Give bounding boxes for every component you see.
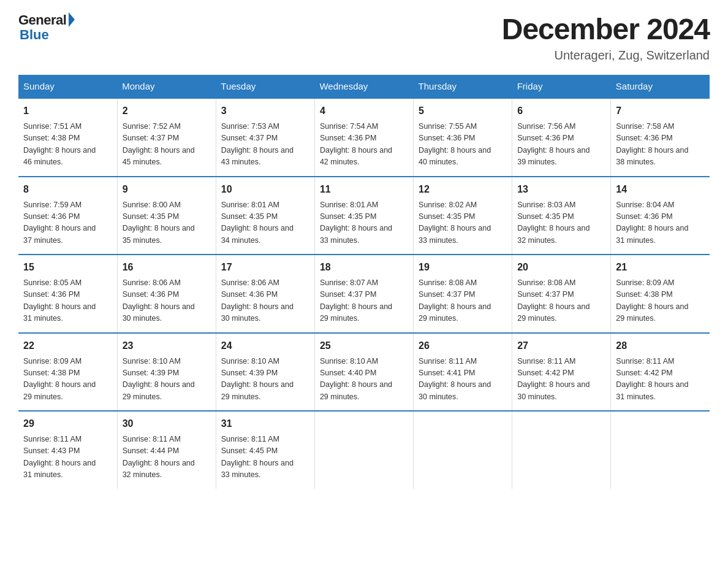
calendar-cell — [414, 411, 512, 489]
day-of-week-header: Monday — [117, 75, 216, 98]
calendar-cell: 25Sunrise: 8:10 AMSunset: 4:40 PMDayligh… — [314, 333, 413, 412]
calendar-cell — [611, 411, 710, 489]
day-info: Sunrise: 8:06 AMSunset: 4:36 PMDaylight:… — [221, 277, 309, 325]
calendar-cell: 29Sunrise: 8:11 AMSunset: 4:43 PMDayligh… — [18, 411, 117, 489]
page-header: General Blue December 2024 Unterageri, Z… — [18, 12, 710, 63]
calendar-cell: 3Sunrise: 7:53 AMSunset: 4:37 PMDaylight… — [216, 98, 314, 177]
day-of-week-header: Thursday — [414, 75, 512, 98]
day-info: Sunrise: 8:01 AMSunset: 4:35 PMDaylight:… — [221, 199, 309, 247]
day-number: 22 — [23, 339, 112, 353]
calendar-cell: 19Sunrise: 8:08 AMSunset: 4:37 PMDayligh… — [414, 255, 512, 333]
calendar-cell: 9Sunrise: 8:00 AMSunset: 4:35 PMDaylight… — [117, 177, 216, 255]
day-number: 27 — [517, 339, 605, 353]
calendar-cell: 11Sunrise: 8:01 AMSunset: 4:35 PMDayligh… — [314, 177, 413, 255]
day-info: Sunrise: 8:11 AMSunset: 4:44 PMDaylight:… — [123, 434, 211, 481]
day-info: Sunrise: 7:53 AMSunset: 4:37 PMDaylight:… — [221, 121, 309, 169]
logo-general-text: General — [18, 12, 66, 28]
day-number: 11 — [320, 182, 408, 197]
calendar-cell: 17Sunrise: 8:06 AMSunset: 4:36 PMDayligh… — [216, 255, 314, 333]
calendar-cell: 8Sunrise: 7:59 AMSunset: 4:36 PMDaylight… — [18, 177, 117, 255]
day-info: Sunrise: 8:10 AMSunset: 4:39 PMDaylight:… — [123, 356, 211, 404]
day-of-week-header: Saturday — [611, 75, 710, 98]
calendar-week-row: 29Sunrise: 8:11 AMSunset: 4:43 PMDayligh… — [18, 411, 710, 489]
day-number: 13 — [517, 182, 605, 197]
day-info: Sunrise: 8:05 AMSunset: 4:36 PMDaylight:… — [23, 277, 112, 325]
calendar-week-row: 22Sunrise: 8:09 AMSunset: 4:38 PMDayligh… — [18, 333, 710, 412]
day-number: 26 — [419, 339, 507, 353]
day-number: 28 — [616, 339, 705, 353]
day-info: Sunrise: 8:11 AMSunset: 4:42 PMDaylight:… — [616, 356, 705, 404]
day-number: 30 — [123, 416, 211, 431]
calendar-cell: 18Sunrise: 8:07 AMSunset: 4:37 PMDayligh… — [314, 255, 413, 333]
calendar-table: SundayMondayTuesdayWednesdayThursdayFrid… — [18, 75, 710, 489]
calendar-cell: 26Sunrise: 8:11 AMSunset: 4:41 PMDayligh… — [414, 333, 512, 412]
day-number: 6 — [517, 104, 605, 118]
calendar-cell: 30Sunrise: 8:11 AMSunset: 4:44 PMDayligh… — [117, 411, 216, 489]
day-number: 2 — [123, 104, 211, 118]
day-info: Sunrise: 8:10 AMSunset: 4:39 PMDaylight:… — [221, 356, 309, 404]
day-info: Sunrise: 8:01 AMSunset: 4:35 PMDaylight:… — [320, 199, 408, 247]
day-number: 31 — [221, 416, 309, 431]
day-info: Sunrise: 8:09 AMSunset: 4:38 PMDaylight:… — [616, 277, 705, 325]
day-number: 4 — [320, 104, 408, 118]
calendar-cell: 1Sunrise: 7:51 AMSunset: 4:38 PMDaylight… — [18, 98, 117, 177]
calendar-week-row: 15Sunrise: 8:05 AMSunset: 4:36 PMDayligh… — [18, 255, 710, 333]
calendar-cell: 13Sunrise: 8:03 AMSunset: 4:35 PMDayligh… — [512, 177, 611, 255]
day-number: 15 — [23, 260, 112, 275]
logo: General Blue — [18, 12, 75, 43]
calendar-cell: 6Sunrise: 7:56 AMSunset: 4:36 PMDaylight… — [512, 98, 611, 177]
logo-arrow-icon — [69, 12, 75, 27]
day-number: 10 — [221, 182, 309, 197]
day-number: 19 — [419, 260, 507, 275]
calendar-week-row: 8Sunrise: 7:59 AMSunset: 4:36 PMDaylight… — [18, 177, 710, 255]
day-info: Sunrise: 7:52 AMSunset: 4:37 PMDaylight:… — [123, 121, 211, 169]
day-info: Sunrise: 8:06 AMSunset: 4:36 PMDaylight:… — [123, 277, 211, 325]
calendar-cell: 28Sunrise: 8:11 AMSunset: 4:42 PMDayligh… — [611, 333, 710, 412]
calendar-cell: 10Sunrise: 8:01 AMSunset: 4:35 PMDayligh… — [216, 177, 314, 255]
day-number: 29 — [23, 416, 112, 431]
day-number: 20 — [517, 260, 605, 275]
day-number: 24 — [221, 339, 309, 353]
day-number: 5 — [419, 104, 507, 118]
calendar-cell — [512, 411, 611, 489]
calendar-cell: 2Sunrise: 7:52 AMSunset: 4:37 PMDaylight… — [117, 98, 216, 177]
day-info: Sunrise: 8:11 AMSunset: 4:42 PMDaylight:… — [517, 356, 605, 404]
day-info: Sunrise: 8:00 AMSunset: 4:35 PMDaylight:… — [123, 199, 211, 247]
day-number: 25 — [320, 339, 408, 353]
day-info: Sunrise: 8:11 AMSunset: 4:45 PMDaylight:… — [221, 434, 309, 481]
calendar-cell: 5Sunrise: 7:55 AMSunset: 4:36 PMDaylight… — [414, 98, 512, 177]
day-of-week-header: Wednesday — [314, 75, 413, 98]
day-number: 18 — [320, 260, 408, 275]
day-info: Sunrise: 8:11 AMSunset: 4:43 PMDaylight:… — [23, 434, 112, 481]
calendar-cell: 7Sunrise: 7:58 AMSunset: 4:36 PMDaylight… — [611, 98, 710, 177]
day-number: 8 — [23, 182, 112, 197]
calendar-cell: 24Sunrise: 8:10 AMSunset: 4:39 PMDayligh… — [216, 333, 314, 412]
calendar-cell: 31Sunrise: 8:11 AMSunset: 4:45 PMDayligh… — [216, 411, 314, 489]
day-number: 7 — [616, 104, 705, 118]
day-info: Sunrise: 8:10 AMSunset: 4:40 PMDaylight:… — [320, 356, 408, 404]
day-number: 23 — [123, 339, 211, 353]
calendar-cell — [314, 411, 413, 489]
title-block: December 2024 Unterageri, Zug, Switzerla… — [502, 12, 710, 63]
day-of-week-header: Friday — [512, 75, 611, 98]
day-info: Sunrise: 7:51 AMSunset: 4:38 PMDaylight:… — [23, 121, 112, 169]
day-number: 14 — [616, 182, 705, 197]
day-info: Sunrise: 7:55 AMSunset: 4:36 PMDaylight:… — [419, 121, 507, 169]
day-number: 1 — [23, 104, 112, 118]
day-info: Sunrise: 7:56 AMSunset: 4:36 PMDaylight:… — [517, 121, 605, 169]
day-info: Sunrise: 8:04 AMSunset: 4:36 PMDaylight:… — [616, 199, 705, 247]
day-of-week-header: Tuesday — [216, 75, 314, 98]
calendar-cell: 22Sunrise: 8:09 AMSunset: 4:38 PMDayligh… — [18, 333, 117, 412]
calendar-cell: 16Sunrise: 8:06 AMSunset: 4:36 PMDayligh… — [117, 255, 216, 333]
calendar-cell: 21Sunrise: 8:09 AMSunset: 4:38 PMDayligh… — [611, 255, 710, 333]
day-number: 21 — [616, 260, 705, 275]
logo-blue-text: Blue — [20, 27, 49, 43]
calendar-cell: 4Sunrise: 7:54 AMSunset: 4:36 PMDaylight… — [314, 98, 413, 177]
calendar-cell: 27Sunrise: 8:11 AMSunset: 4:42 PMDayligh… — [512, 333, 611, 412]
calendar-cell: 12Sunrise: 8:02 AMSunset: 4:35 PMDayligh… — [414, 177, 512, 255]
calendar-cell: 15Sunrise: 8:05 AMSunset: 4:36 PMDayligh… — [18, 255, 117, 333]
day-of-week-header: Sunday — [18, 75, 117, 98]
day-number: 16 — [123, 260, 211, 275]
day-info: Sunrise: 8:08 AMSunset: 4:37 PMDaylight:… — [419, 277, 507, 325]
day-info: Sunrise: 8:07 AMSunset: 4:37 PMDaylight:… — [320, 277, 408, 325]
